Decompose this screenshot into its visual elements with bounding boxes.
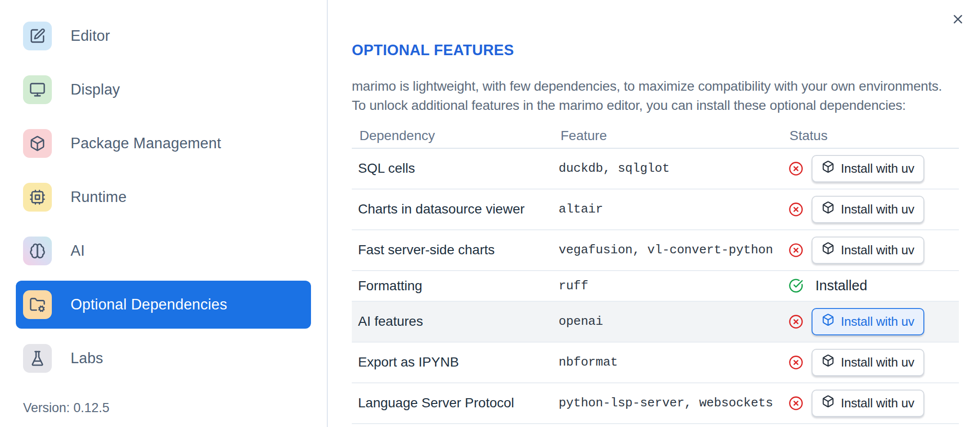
feature-cell: vegafusion, vl-convert-python (553, 243, 779, 257)
monitor-icon (23, 75, 52, 104)
table-row: Formatting ruff Installed (352, 271, 959, 302)
not-installed-icon (789, 355, 803, 370)
panel-description: marimo is lightweight, with few dependen… (352, 77, 980, 115)
table-row: Charts in datasource viewer altair Insta… (352, 190, 959, 230)
install-with-uv-button[interactable]: Install with uv (812, 308, 924, 335)
package-box-icon (822, 201, 835, 217)
version-label: Version: 0.12.5 (23, 401, 109, 415)
table-row: AI features openai Install with uv (352, 302, 959, 343)
status-cell: Install with uv (779, 149, 959, 189)
not-installed-icon (789, 396, 803, 411)
feature-cell: python-lsp-server, websockets (553, 396, 779, 410)
package-box-icon (822, 354, 835, 370)
install-with-uv-button[interactable]: Install with uv (812, 349, 924, 376)
dependencies-table: Dependency Feature Status SQL cells duck… (352, 124, 959, 424)
table-row: SQL cells duckdb, sqlglot Install with u… (352, 149, 959, 190)
dependency-cell: Language Server Protocol (352, 395, 553, 411)
install-with-uv-button[interactable]: Install with uv (812, 196, 924, 223)
brain-icon (23, 237, 52, 265)
not-installed-icon (789, 314, 803, 329)
column-header-status: Status (779, 128, 959, 143)
not-installed-icon (789, 243, 803, 258)
status-cell: Installed (779, 271, 959, 301)
dependency-cell: Export as IPYNB (352, 355, 553, 370)
installed-check-icon (789, 278, 803, 293)
flask-icon (23, 344, 52, 373)
status-cell: Install with uv (779, 383, 959, 423)
folder-cog-icon (23, 290, 52, 319)
description-line: To unlock additional features in the mar… (352, 96, 980, 115)
sidebar-nav: Editor Display Package Management Runtim… (16, 12, 311, 382)
table-row: Export as IPYNB nbformat Install with uv (352, 343, 959, 383)
page-title: OPTIONAL FEATURES (352, 42, 980, 59)
sidebar-item-display[interactable]: Display (16, 66, 311, 114)
package-box-icon (822, 313, 835, 330)
dependency-cell: Charts in datasource viewer (352, 202, 553, 217)
not-installed-icon (789, 202, 803, 217)
table-header-row: Dependency Feature Status (352, 124, 959, 149)
box-icon (23, 129, 52, 158)
install-with-uv-button[interactable]: Install with uv (812, 237, 924, 264)
feature-cell: duckdb, sqlglot (553, 161, 779, 176)
dependency-cell: SQL cells (352, 161, 553, 176)
table-row: Language Server Protocol python-lsp-serv… (352, 383, 959, 424)
column-header-dependency: Dependency (352, 128, 553, 143)
column-header-feature: Feature (553, 128, 779, 143)
status-cell: Install with uv (779, 343, 959, 382)
cpu-icon (23, 183, 52, 212)
status-cell: Install with uv (779, 190, 959, 229)
feature-cell: nbformat (553, 355, 779, 369)
status-cell: Install with uv (779, 230, 959, 270)
dependency-cell: Fast server-side charts (352, 242, 553, 258)
install-with-uv-button[interactable]: Install with uv (812, 155, 924, 182)
feature-cell: ruff (553, 279, 779, 293)
dependency-cell: AI features (352, 314, 553, 329)
package-box-icon (822, 160, 835, 177)
sidebar-item-ai[interactable]: AI (16, 227, 311, 275)
installed-label: Installed (815, 278, 867, 294)
package-box-icon (822, 395, 835, 411)
dependency-cell: Formatting (352, 278, 553, 294)
close-button[interactable] (950, 12, 966, 27)
install-with-uv-button[interactable]: Install with uv (812, 390, 924, 417)
sidebar-item-editor[interactable]: Editor (16, 12, 311, 60)
description-line: marimo is lightweight, with few dependen… (352, 77, 980, 96)
close-icon (951, 12, 965, 28)
optional-features-panel: OPTIONAL FEATURES marimo is lightweight,… (329, 0, 980, 427)
feature-cell: altair (553, 202, 779, 216)
sidebar-item-labs[interactable]: Labs (16, 334, 311, 382)
sidebar-item-optional-dependencies[interactable]: Optional Dependencies (16, 281, 311, 329)
square-pen-icon (23, 22, 52, 50)
table-row: Fast server-side charts vegafusion, vl-c… (352, 230, 959, 271)
sidebar-item-package-management[interactable]: Package Management (16, 119, 311, 167)
not-installed-icon (789, 161, 803, 176)
feature-cell: openai (553, 314, 779, 329)
status-cell: Install with uv (779, 302, 959, 342)
table-body: SQL cells duckdb, sqlglot Install with u… (352, 149, 959, 424)
sidebar-item-runtime[interactable]: Runtime (16, 173, 311, 221)
package-box-icon (822, 242, 835, 258)
settings-sidebar: Editor Display Package Management Runtim… (0, 0, 328, 427)
